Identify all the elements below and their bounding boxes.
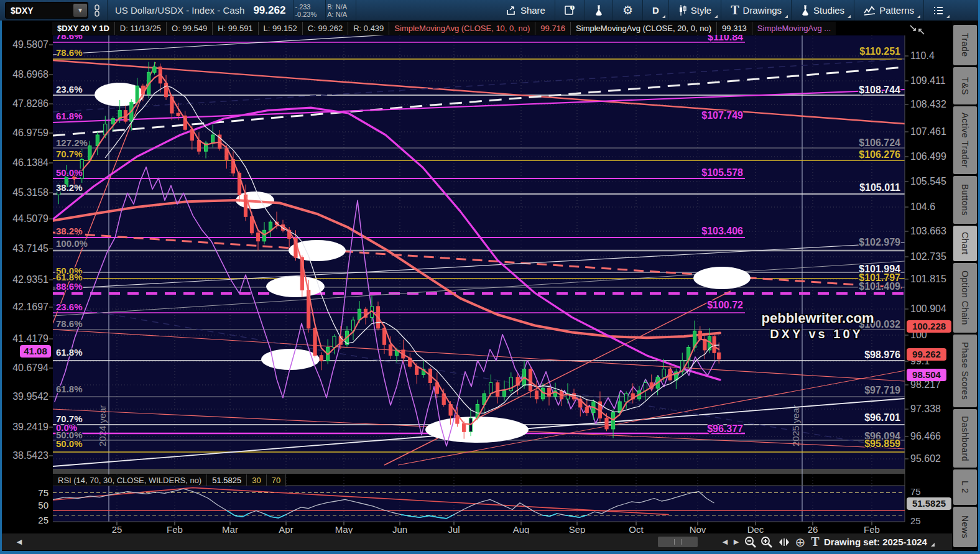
svg-text:78.6%: 78.6% [56, 47, 83, 58]
header-high: H: 99.591 [213, 22, 258, 35]
tab-phase-scores[interactable]: Phase Scores [953, 335, 977, 407]
studies-button[interactable]: Studies [793, 0, 853, 21]
scrollbar-thumb[interactable] [658, 537, 698, 547]
svg-text:88.6%: 88.6% [56, 281, 83, 292]
tab-option-chain[interactable]: Option Chain [953, 263, 977, 333]
svg-text:47.8286: 47.8286 [12, 98, 49, 109]
tab-label: Phase Scores [960, 342, 970, 400]
svg-text:46.9759: 46.9759 [12, 127, 49, 138]
zoom-in-button[interactable] [759, 533, 774, 550]
header-close: C: 99.262 [303, 22, 348, 35]
timeframe-button[interactable]: D [644, 0, 667, 21]
svg-text:108.432: 108.432 [910, 99, 946, 109]
tab-news[interactable]: News [953, 507, 977, 547]
zoom-out-button[interactable] [743, 533, 758, 550]
rsi-header: RSI (14, 70, 30, CLOSE, WILDERS, no) 51.… [53, 474, 286, 486]
svg-text:49.5807: 49.5807 [12, 39, 49, 50]
svg-text:41.08: 41.08 [24, 346, 47, 356]
share-icon [506, 6, 517, 16]
tab-label: News [960, 515, 970, 538]
toolbar-divider [293, 0, 294, 21]
list-icon [933, 6, 943, 15]
expand-horizontal-button[interactable] [777, 533, 792, 550]
svg-text:103.663: 103.663 [910, 226, 946, 236]
svg-text:$107.749: $107.749 [701, 110, 743, 121]
svg-text:70.7%: 70.7% [56, 149, 83, 159]
symbol-input[interactable]: $DXY ▼ [5, 2, 88, 19]
symbol-dropdown-button[interactable]: ▼ [73, 4, 87, 17]
svg-text:61.8%: 61.8% [56, 347, 83, 358]
svg-text:39.9542: 39.9542 [12, 391, 49, 402]
svg-text:102.735: 102.735 [910, 251, 946, 262]
svg-text:104.6: 104.6 [910, 201, 935, 212]
svg-text:105.545: 105.545 [910, 176, 946, 187]
settings-button[interactable]: ⚙ [614, 0, 641, 21]
pan-left-button[interactable]: ◀ [720, 533, 730, 550]
svg-text:$102.979: $102.979 [859, 237, 900, 247]
tab-chart[interactable]: Chart [953, 226, 977, 261]
flask-icon [594, 5, 603, 16]
zoom-in-icon [760, 536, 773, 548]
drawings-button[interactable]: T Drawings [723, 0, 790, 21]
svg-text:110.4: 110.4 [910, 50, 935, 61]
svg-text:98.504: 98.504 [912, 369, 941, 380]
crosshair-pan-button[interactable]: ⊕ [793, 533, 808, 550]
svg-text:pebblewriter.com: pebblewriter.com [762, 310, 874, 326]
pan-right-button[interactable]: ▶ [731, 533, 741, 550]
tab-trade[interactable]: Trade [953, 25, 977, 65]
tab-buttons[interactable]: Buttons [953, 176, 977, 224]
window-border-left [0, 21, 2, 554]
share-button[interactable]: Share [498, 0, 553, 21]
tab-t-s[interactable]: T&S [953, 67, 977, 104]
svg-text:50: 50 [38, 500, 49, 510]
toolbar-actions: Share i ⚙ D Style T Drawings Stu [498, 0, 951, 21]
svg-text:99.262: 99.262 [912, 349, 941, 359]
svg-text:127.2%: 127.2% [56, 137, 88, 148]
svg-text:$98.976: $98.976 [864, 349, 900, 360]
top-toolbar: $DXY ▼ US Dollar/USDX - Index - Cash 99.… [0, 0, 980, 21]
rsi-oversold: 30 [247, 474, 266, 486]
zoom-out-icon [744, 536, 757, 548]
svg-text:97.338: 97.338 [910, 404, 941, 414]
chart-menu-button[interactable] [925, 0, 951, 21]
sma10-value: 99.716 [535, 22, 571, 35]
svg-text:$103.406: $103.406 [701, 226, 743, 236]
chart-title: $DXY 20 Y 1D [52, 22, 115, 35]
text-note-button[interactable]: T [809, 533, 821, 550]
patterns-icon [864, 6, 876, 16]
expand-horizontal-icon [778, 538, 790, 547]
style-button[interactable]: Style [670, 0, 719, 21]
rsi-overbought: 70 [267, 474, 286, 486]
patterns-button[interactable]: Patterns [856, 0, 922, 21]
tab-active-trader[interactable]: Active Trader [953, 106, 977, 174]
last-price: 99.262 [253, 4, 285, 17]
svg-text:23.6%: 23.6% [56, 84, 83, 95]
quick-study-button[interactable] [586, 0, 611, 21]
tab-dashboard[interactable]: Dashboard [953, 409, 977, 468]
sma3-label: SimpleMovingAvg ... [752, 22, 836, 35]
svg-text:25: 25 [38, 515, 49, 525]
window-border-bottom [0, 551, 980, 554]
svg-text:$96.701: $96.701 [864, 412, 900, 423]
svg-text:DXY vs 10Y: DXY vs 10Y [770, 327, 863, 341]
svg-text:101.815: 101.815 [910, 274, 946, 284]
drawing-set-label[interactable]: Drawing set: 2025-1024 [824, 533, 935, 550]
tab-label: Chart [960, 232, 970, 255]
link-icon[interactable] [93, 4, 101, 17]
svg-text:$106.724: $106.724 [859, 137, 900, 148]
header-open: O: 99.549 [167, 22, 213, 35]
instrument-description: US Dollar/USDX - Index - Cash [115, 5, 244, 16]
header-date: D: 11/13/25 [115, 22, 167, 35]
scroll-left-arrow[interactable]: ◀ [14, 533, 24, 550]
svg-text:i: i [572, 6, 573, 10]
tab-l-2[interactable]: L 2 [953, 469, 977, 505]
chart-header: $DXY 20 Y 1D D: 11/13/25 O: 99.549 H: 99… [52, 22, 836, 35]
svg-text:45.3158: 45.3158 [12, 187, 49, 198]
chart-canvas[interactable]: 2024 year2025 year78.6%78.6%23.6%61.8%12… [0, 0, 980, 554]
svg-text:38.5423: 38.5423 [12, 450, 49, 461]
onenote-button[interactable]: i [557, 0, 583, 21]
svg-text:51.5825: 51.5825 [912, 498, 946, 509]
price-change: -.233-0.23% [295, 3, 317, 18]
svg-text:61.8%: 61.8% [56, 384, 83, 394]
tab-label: Active Trader [960, 113, 970, 168]
